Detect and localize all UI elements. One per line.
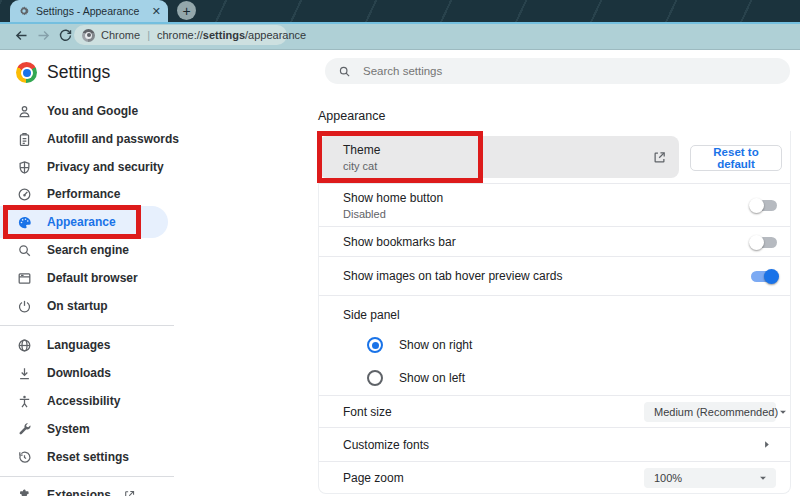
tab-hover-preview-toggle[interactable] — [751, 271, 777, 282]
radio-unselected-icon[interactable] — [367, 370, 383, 386]
tab-hover-preview-row: Show images on tab hover preview cards — [319, 257, 790, 296]
theme-title: Theme — [343, 143, 679, 157]
page-zoom-dropdown[interactable]: 100% — [644, 468, 776, 488]
sidebar-item-appearance[interactable]: Appearance — [0, 208, 300, 236]
dropdown-caret-icon — [778, 407, 788, 417]
address-separator: | — [147, 29, 150, 41]
font-size-row: Font size Medium (Recommended) — [319, 396, 790, 428]
new-tab-button[interactable]: + — [177, 1, 196, 20]
sidebar-divider — [0, 476, 174, 477]
side-panel-title: Side panel — [343, 308, 400, 322]
reload-icon — [58, 28, 73, 43]
palette-icon — [17, 215, 32, 230]
address-bar[interactable]: Chrome | chrome://settings/appearance — [74, 25, 287, 45]
sidebar-item-default-browser[interactable]: Default browser — [0, 264, 300, 292]
reset-icon — [17, 450, 32, 465]
sidebar-item-autofill[interactable]: Autofill and passwords — [0, 125, 300, 153]
active-tab[interactable]: Settings - Appearance ✕ — [10, 0, 168, 22]
chevron-right-icon — [761, 439, 772, 450]
forward-arrow-icon — [36, 28, 51, 43]
address-site-label: Chrome — [101, 29, 140, 41]
power-icon — [17, 299, 32, 314]
sidebar-divider — [0, 325, 174, 326]
side-panel-section: Side panel Show on right Show on left — [319, 296, 790, 396]
reload-button[interactable] — [56, 26, 74, 44]
forward-button[interactable] — [34, 26, 52, 44]
magnifier-icon — [17, 243, 32, 258]
theme-link[interactable]: Theme city cat — [319, 136, 679, 178]
sidebar-item-system[interactable]: System — [0, 415, 300, 443]
open-in-new-icon[interactable] — [652, 150, 667, 165]
clipboard-icon — [17, 132, 32, 147]
shield-icon — [17, 160, 32, 175]
customize-fonts-row[interactable]: Customize fonts — [319, 428, 790, 462]
radio-selected-icon[interactable] — [367, 337, 383, 353]
sidebar-item-reset-settings[interactable]: Reset settings — [0, 443, 300, 471]
font-size-dropdown[interactable]: Medium (Recommended) — [644, 402, 776, 422]
sidebar-item-privacy[interactable]: Privacy and security — [0, 153, 300, 181]
toggle-knob — [764, 269, 779, 284]
download-icon — [17, 366, 32, 381]
show-home-button-toggle[interactable] — [751, 200, 777, 211]
sidebar-item-extensions[interactable]: Extensions — [0, 481, 300, 496]
search-icon — [338, 65, 351, 78]
tab-title: Settings - Appearance — [36, 5, 152, 17]
globe-icon — [17, 338, 32, 353]
accessibility-icon — [17, 394, 32, 409]
toggle-knob — [749, 235, 764, 250]
search-input[interactable] — [361, 64, 790, 78]
theme-row: Theme city cat Reset to default — [319, 131, 790, 184]
sidebar-item-on-startup[interactable]: On startup — [0, 292, 300, 320]
reset-to-default-button[interactable]: Reset to default — [690, 145, 782, 171]
settings-gear-favicon-icon — [18, 5, 30, 17]
wrench-icon — [17, 422, 32, 437]
dropdown-caret-icon — [758, 473, 768, 483]
theme-subtitle: city cat — [343, 160, 679, 172]
chrome-logo-gray-icon — [82, 29, 95, 42]
external-link-icon — [123, 489, 136, 496]
page-title: Settings — [47, 62, 110, 83]
person-icon — [17, 104, 32, 119]
settings-search-bar[interactable] — [325, 58, 790, 84]
sidebar-item-accessibility[interactable]: Accessibility — [0, 387, 300, 415]
toggle-knob — [749, 198, 764, 213]
sidebar-item-you-and-google[interactable]: You and Google — [0, 97, 300, 125]
back-arrow-icon — [14, 28, 29, 43]
speedometer-icon — [17, 187, 32, 202]
browser-window: Settings - Appearance ✕ + Chrome | chrom… — [0, 0, 800, 496]
sidebar-item-downloads[interactable]: Downloads — [0, 359, 300, 387]
show-bookmarks-bar-toggle[interactable] — [751, 237, 777, 248]
browser-window-icon — [17, 271, 32, 286]
tab-close-icon[interactable]: ✕ — [152, 6, 161, 17]
plus-icon: + — [182, 4, 190, 18]
tab-strip: Settings - Appearance ✕ + — [0, 0, 800, 22]
appearance-settings-card: Theme city cat Reset to default Show hom… — [318, 131, 791, 494]
chrome-logo-icon — [16, 62, 37, 83]
back-button[interactable] — [12, 26, 30, 44]
page-zoom-row: Page zoom 100% — [319, 462, 790, 494]
sidebar-item-languages[interactable]: Languages — [0, 331, 300, 359]
sidebar-item-search-engine[interactable]: Search engine — [0, 236, 300, 264]
show-bookmarks-bar-row: Show bookmarks bar — [319, 227, 790, 257]
section-title: Appearance — [318, 109, 385, 123]
show-home-button-row: Show home button Disabled — [319, 184, 790, 227]
puzzle-icon — [17, 488, 32, 496]
sidebar-item-performance[interactable]: Performance — [0, 180, 300, 208]
address-url: chrome://settings/appearance — [157, 29, 306, 41]
